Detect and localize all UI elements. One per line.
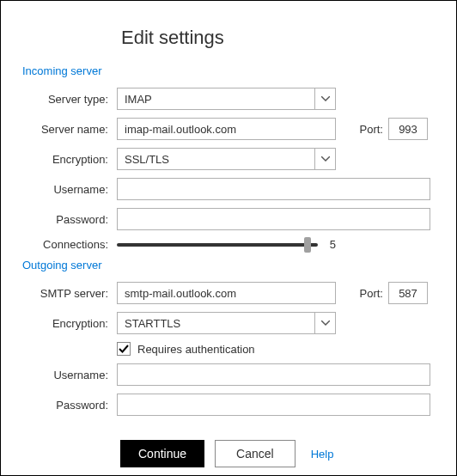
outgoing-encryption-select[interactable] [117, 312, 336, 334]
outgoing-encryption-label: Encryption: [22, 317, 117, 330]
server-type-dropdown-button[interactable] [314, 88, 335, 109]
connections-slider[interactable] [117, 243, 318, 247]
connections-slider-thumb[interactable] [304, 237, 311, 253]
outgoing-username-label: Username: [22, 369, 117, 381]
server-name-label: Server name: [22, 123, 117, 136]
incoming-port-input[interactable] [388, 118, 428, 140]
smtp-server-label: SMTP server: [22, 287, 117, 300]
chevron-down-icon [321, 96, 330, 101]
outgoing-encryption-dropdown-button[interactable] [314, 313, 335, 333]
incoming-section-header: Incoming server [22, 64, 435, 77]
smtp-server-input[interactable] [117, 282, 336, 304]
outgoing-password-label: Password: [22, 399, 117, 412]
server-name-input[interactable] [117, 118, 336, 140]
outgoing-password-input[interactable] [117, 394, 430, 416]
settings-dialog: Edit settings Incoming server Server typ… [0, 0, 457, 476]
connections-label: Connections: [22, 238, 117, 251]
incoming-encryption-label: Encryption: [22, 153, 117, 166]
outgoing-username-input[interactable] [117, 363, 430, 386]
requires-auth-label: Requires authentication [137, 343, 255, 356]
continue-button[interactable]: Continue [120, 440, 204, 467]
checkmark-icon [119, 344, 129, 354]
incoming-port-label: Port: [357, 123, 388, 136]
outgoing-port-input[interactable] [388, 282, 428, 304]
incoming-encryption-select[interactable] [117, 148, 336, 170]
server-type-select[interactable] [117, 88, 336, 110]
page-title: Edit settings [121, 27, 435, 49]
connections-value: 5 [330, 238, 336, 251]
chevron-down-icon [321, 320, 330, 326]
outgoing-port-label: Port: [357, 287, 388, 300]
outgoing-section-header: Outgoing server [22, 259, 435, 272]
server-type-label: Server type: [22, 93, 117, 106]
chevron-down-icon [321, 156, 330, 162]
incoming-password-input[interactable] [117, 208, 430, 230]
incoming-username-input[interactable] [117, 178, 430, 200]
incoming-username-label: Username: [22, 183, 117, 196]
incoming-password-label: Password: [22, 213, 117, 226]
incoming-encryption-dropdown-button[interactable] [314, 149, 335, 169]
cancel-button[interactable]: Cancel [215, 440, 296, 467]
help-link[interactable]: Help [311, 448, 334, 461]
requires-auth-checkbox[interactable] [117, 342, 131, 356]
